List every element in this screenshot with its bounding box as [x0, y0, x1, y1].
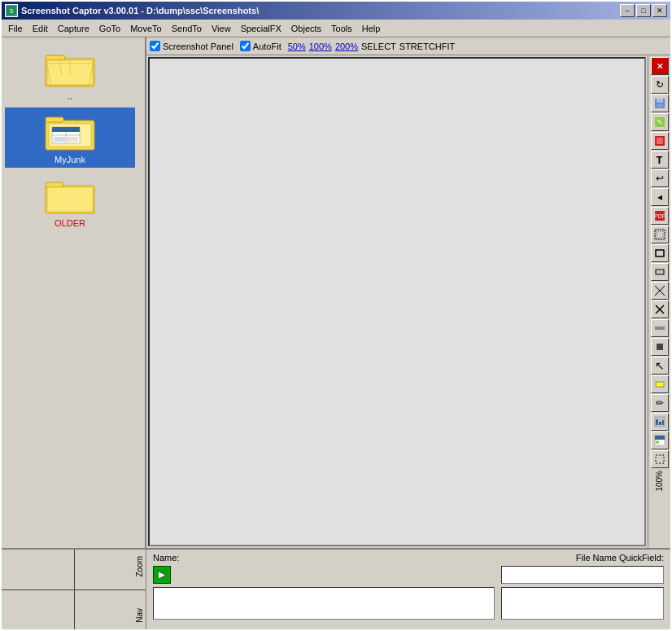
- menu-tools[interactable]: Tools: [326, 22, 357, 35]
- list-item[interactable]: ..: [5, 44, 135, 104]
- autofit-check[interactable]: [240, 41, 251, 51]
- menu-file[interactable]: File: [3, 22, 28, 35]
- svg-rect-12: [52, 127, 80, 132]
- canvas-area: Screenshot Panel AutoFit 50% 100% 200% S…: [146, 37, 670, 548]
- quickfield-input[interactable]: [501, 566, 664, 584]
- menu-edit[interactable]: Edit: [28, 22, 53, 35]
- svg-rect-15: [54, 137, 65, 142]
- screenshot-panel-check[interactable]: [150, 41, 160, 51]
- svg-rect-43: [659, 422, 661, 425]
- svg-rect-42: [656, 419, 658, 425]
- file-panel: .. MyJunk: [2, 37, 146, 548]
- main-content: .. MyJunk: [2, 37, 670, 548]
- canvas-main[interactable]: [148, 57, 646, 546]
- menu-capture[interactable]: Capture: [53, 22, 94, 35]
- select-all-tool-button[interactable]: [651, 226, 669, 243]
- edit-tool-button[interactable]: ✎: [651, 113, 669, 131]
- menu-bar: File Edit Capture GoTo MoveTo SendTo Vie…: [2, 20, 670, 37]
- svg-rect-31: [656, 250, 664, 256]
- minimize-button[interactable]: –: [620, 4, 635, 17]
- menu-goto[interactable]: GoTo: [94, 22, 125, 35]
- svg-rect-18: [46, 182, 63, 187]
- yellow-rect-tool-button[interactable]: [651, 375, 669, 393]
- svg-rect-39: [657, 344, 663, 350]
- folder-plain-icon: [44, 174, 96, 217]
- name-action-button[interactable]: ▶: [153, 566, 171, 584]
- svg-rect-48: [656, 455, 664, 463]
- name-label: Name:: [153, 553, 179, 563]
- quickfield-label: File Name QuickField:: [576, 553, 664, 563]
- rotate-tool-button[interactable]: ↻: [651, 76, 669, 94]
- zoom-50[interactable]: 50%: [288, 42, 306, 51]
- screenshot-panel-bar: Screenshot Panel AutoFit 50% 100% 200% S…: [146, 37, 670, 55]
- menu-help[interactable]: Help: [357, 22, 386, 35]
- svg-rect-38: [655, 326, 665, 330]
- fill-tool-button[interactable]: [651, 319, 669, 337]
- shadow-tool-button[interactable]: [651, 338, 669, 356]
- menu-sendto[interactable]: SendTo: [167, 22, 207, 35]
- title-bar-left: S Screenshot Captor v3.00.01 - D:\dump\s…: [5, 4, 259, 17]
- file-label: MyJunk: [55, 155, 85, 164]
- zoom-200[interactable]: 200%: [335, 42, 358, 51]
- zoom-side-label: 100%: [653, 469, 665, 493]
- svg-text:PDF: PDF: [654, 213, 665, 219]
- menu-objects[interactable]: Objects: [286, 22, 326, 35]
- close-button[interactable]: ✕: [652, 4, 667, 17]
- autofit-checkbox[interactable]: AutoFit: [240, 41, 281, 51]
- svg-rect-16: [67, 137, 78, 142]
- chart-tool-button[interactable]: [651, 413, 669, 431]
- list-item[interactable]: MyJunk: [5, 107, 135, 168]
- svg-rect-32: [656, 269, 664, 274]
- folder-filled-icon: [44, 111, 96, 153]
- menu-specialfx[interactable]: SpecialFX: [236, 22, 286, 35]
- svg-point-47: [656, 440, 659, 444]
- zoom-bottom-label: Zoom: [135, 556, 144, 577]
- svg-text:▶: ▶: [159, 570, 165, 579]
- window-controls: – □ ✕: [620, 4, 667, 17]
- crop2-tool-button[interactable]: [651, 300, 669, 318]
- title-bar: S Screenshot Captor v3.00.01 - D:\dump\s…: [2, 2, 670, 20]
- name-input-row: ▶: [153, 566, 495, 584]
- menu-moveto[interactable]: MoveTo: [125, 22, 167, 35]
- pencil-tool-button[interactable]: ✏: [651, 394, 669, 412]
- svg-rect-21: [657, 99, 663, 103]
- svg-rect-26: [657, 138, 663, 144]
- name-textarea[interactable]: [153, 587, 495, 620]
- main-window: S Screenshot Captor v3.00.01 - D:\dump\s…: [0, 0, 672, 631]
- stretchfit-label: STRETCHFIT: [399, 42, 455, 51]
- svg-text:✎: ✎: [657, 118, 663, 126]
- right-toolbar: ✕ ↻ ✎ T ↩ ◂ PDF: [648, 55, 670, 548]
- arrow-tool-button[interactable]: ◂: [651, 188, 669, 206]
- dotted-rect-tool-button[interactable]: [651, 450, 669, 468]
- list-item[interactable]: OLDER: [5, 171, 135, 231]
- zoom-100[interactable]: 100%: [309, 42, 332, 51]
- svg-rect-40: [656, 382, 664, 387]
- crop-tool-button[interactable]: [651, 282, 669, 300]
- text-tool-button[interactable]: T: [651, 151, 669, 169]
- stamp-tool-button[interactable]: [651, 132, 669, 150]
- pointer-tool-button[interactable]: ↖: [651, 357, 669, 375]
- maximize-button[interactable]: □: [636, 4, 651, 17]
- undo-tool-button[interactable]: ↩: [651, 169, 669, 187]
- quickfield-textarea[interactable]: [501, 587, 664, 620]
- screenshot-panel-checkbox[interactable]: Screenshot Panel: [150, 41, 233, 51]
- save-tool-button[interactable]: [651, 94, 669, 112]
- bottom-left-panel: Zoom Nav: [2, 550, 146, 629]
- nav-bottom-label: Nav: [135, 608, 144, 623]
- svg-rect-46: [655, 436, 665, 440]
- rect-tool-button[interactable]: [651, 244, 669, 262]
- image-tool-button[interactable]: [651, 432, 669, 449]
- file-label: OLDER: [55, 218, 85, 228]
- bottom-panel: Zoom Nav Name: ▶: [2, 548, 670, 629]
- crosshair-vertical: [74, 550, 75, 629]
- autofit-label: AutoFit: [253, 42, 281, 51]
- window-title: Screenshot Captor v3.00.01 - D:\dump\ssc…: [21, 6, 259, 15]
- app-icon: S: [5, 4, 18, 17]
- rect2-tool-button[interactable]: [651, 263, 669, 281]
- pdf-tool-button[interactable]: PDF: [651, 207, 669, 225]
- svg-rect-9: [46, 117, 63, 122]
- svg-rect-19: [47, 187, 93, 212]
- close-tool-button[interactable]: ✕: [651, 57, 669, 75]
- menu-view[interactable]: View: [207, 22, 236, 35]
- crosshair-area: Zoom Nav: [2, 550, 146, 629]
